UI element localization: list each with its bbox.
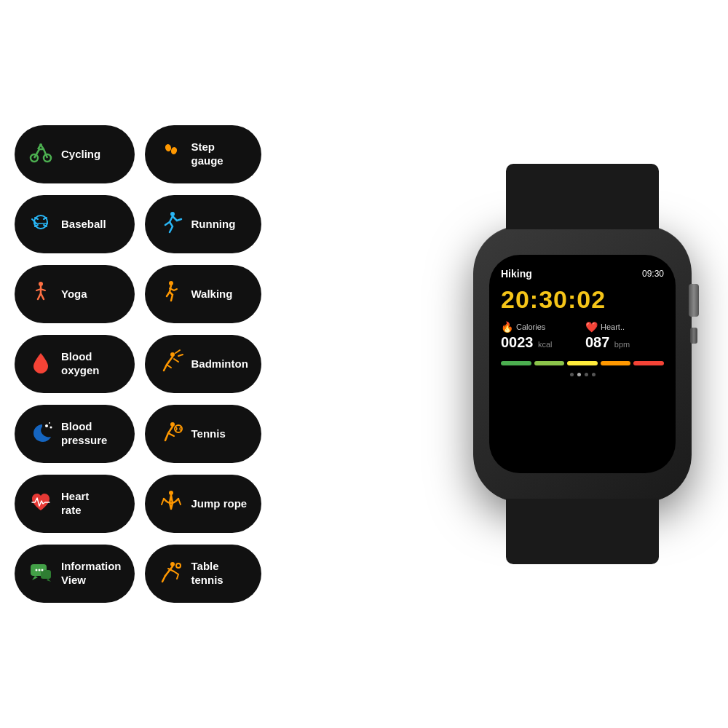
svg-point-12 (39, 569, 41, 571)
calories-stat: 🔥 Calories 0023 kcal (501, 321, 579, 351)
cycling-label: Cycling (61, 148, 100, 162)
running-icon (158, 209, 184, 240)
heart-value: 087 (585, 334, 609, 350)
svg-point-8 (50, 426, 52, 428)
feature-pill-tennis[interactable]: Tennis (145, 405, 261, 463)
badminton-label: Badminton (191, 357, 248, 371)
bar-orange (601, 361, 631, 365)
main-container: Cycling Baseball Yoga Blood oxygen Blood… (0, 0, 728, 728)
watch-clock: 09:30 (642, 269, 664, 279)
watch-timer: 20:30:02 (501, 285, 664, 314)
yoga-label: Yoga (61, 288, 87, 301)
dot-2 (577, 373, 581, 376)
svg-point-13 (41, 569, 44, 571)
watch-screen: Hiking 09:30 20:30:02 🔥 Calories 0023 kc… (489, 255, 676, 473)
cycling-icon (28, 139, 54, 170)
watch-crown (689, 284, 699, 317)
feature-pill-heart_rate[interactable]: Heart rate (15, 475, 135, 533)
feature-pill-jump_rope[interactable]: Jump rope (145, 475, 261, 533)
heart_rate-icon (28, 488, 54, 520)
heart-stat: ❤️ Heart.. 087 bpm (585, 321, 664, 351)
bar-green (501, 361, 531, 365)
page-dots (501, 373, 664, 376)
heart-unit: bpm (614, 340, 630, 349)
walking-label: Walking (191, 288, 233, 301)
calories-label: Calories (516, 323, 545, 331)
svg-point-7 (49, 422, 50, 424)
blood_pressure-icon (28, 419, 54, 450)
badminton-icon (158, 349, 184, 380)
baseball-icon (28, 209, 54, 240)
bar-lime (534, 361, 565, 365)
baseball-label: Baseball (61, 218, 106, 232)
right-column: Step gauge Running Walking Badminton Ten… (145, 125, 261, 603)
feature-pill-table_tennis[interactable]: Table tennis (145, 545, 261, 603)
feature-pill-badminton[interactable]: Badminton (145, 335, 261, 393)
svg-line-23 (178, 499, 181, 505)
step_gauge-label: Step gauge (191, 141, 223, 168)
blood_oxygen-icon (28, 349, 54, 380)
watch-outer: Hiking 09:30 20:30:02 🔥 Calories 0023 kc… (473, 226, 692, 502)
blood_pressure-label: Blood pressure (61, 420, 107, 448)
tennis-icon (158, 419, 184, 450)
heart-icon: ❤️ (585, 321, 598, 333)
svg-point-3 (34, 215, 47, 229)
svg-point-11 (36, 569, 38, 571)
heart-label: Heart.. (601, 323, 625, 331)
features-section: Cycling Baseball Yoga Blood oxygen Blood… (15, 125, 451, 603)
heart_rate-label: Heart rate (61, 490, 89, 518)
feature-pill-information_view[interactable]: Information View (15, 545, 135, 603)
feature-pill-step_gauge[interactable]: Step gauge (145, 125, 261, 183)
jump_rope-icon (158, 488, 184, 520)
feature-pill-blood_pressure[interactable]: Blood pressure (15, 405, 135, 463)
calories-value: 0023 (501, 334, 534, 350)
watch-header: Hiking 09:30 (501, 268, 664, 280)
svg-point-25 (176, 563, 181, 568)
tennis-label: Tennis (191, 427, 226, 441)
watch-activity-label: Hiking (501, 268, 532, 280)
walking-icon (158, 279, 184, 310)
feature-pill-blood_oxygen[interactable]: Blood oxygen (15, 335, 135, 393)
bar-yellow (567, 361, 598, 365)
svg-point-2 (39, 143, 42, 146)
fire-icon: 🔥 (501, 321, 513, 333)
step_gauge-icon (158, 139, 184, 170)
svg-point-6 (45, 424, 48, 427)
feature-pill-cycling[interactable]: Cycling (15, 125, 135, 183)
watch-section: Hiking 09:30 20:30:02 🔥 Calories 0023 kc… (451, 226, 713, 502)
watch-stats: 🔥 Calories 0023 kcal ❤️ Heart.. (501, 321, 664, 351)
information_view-icon (28, 558, 54, 590)
table_tennis-icon (158, 558, 184, 590)
intensity-bar (501, 361, 664, 365)
svg-point-14 (164, 143, 171, 152)
bar-red (633, 361, 664, 365)
feature-pill-yoga[interactable]: Yoga (15, 265, 135, 323)
jump_rope-label: Jump rope (191, 497, 248, 511)
dot-1 (570, 373, 574, 376)
blood_oxygen-label: Blood oxygen (61, 350, 100, 378)
calories-unit: kcal (538, 340, 553, 349)
feature-pill-baseball[interactable]: Baseball (15, 195, 135, 253)
feature-pill-walking[interactable]: Walking (145, 265, 261, 323)
svg-line-22 (162, 499, 164, 505)
dot-4 (592, 373, 596, 376)
left-column: Cycling Baseball Yoga Blood oxygen Blood… (15, 125, 135, 603)
dot-3 (585, 373, 588, 376)
table_tennis-label: Table tennis (191, 560, 223, 587)
yoga-icon (28, 279, 54, 310)
information_view-label: Information View (61, 560, 122, 587)
svg-point-15 (170, 146, 177, 155)
feature-pill-running[interactable]: Running (145, 195, 261, 253)
watch-button (690, 328, 697, 344)
running-label: Running (191, 218, 236, 232)
svg-rect-10 (41, 570, 51, 579)
